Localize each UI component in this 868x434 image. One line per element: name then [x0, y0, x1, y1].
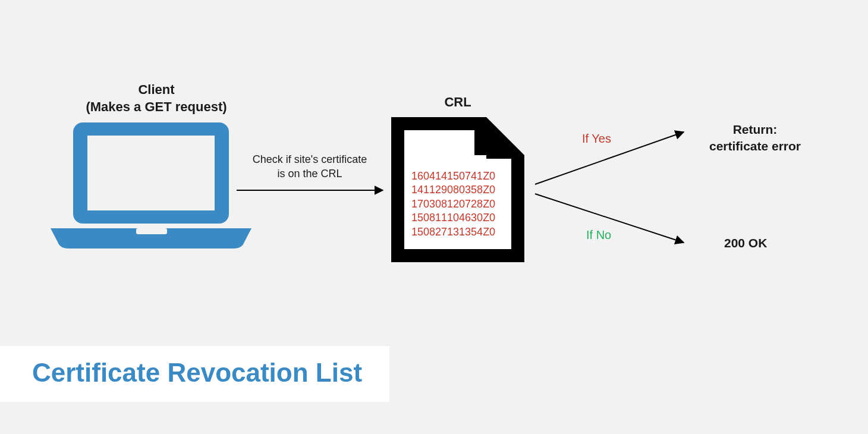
title-box: Certificate Revocation List [0, 346, 389, 402]
return-line2: certificate error [709, 139, 801, 153]
return-label: Return: certificate error [678, 121, 832, 155]
diagram-title: Certificate Revocation List [32, 358, 362, 388]
if-yes-label: If Yes [582, 132, 611, 146]
return-line1: Return: [733, 122, 778, 136]
if-no-label: If No [586, 228, 611, 242]
ok-label: 200 OK [724, 236, 767, 250]
